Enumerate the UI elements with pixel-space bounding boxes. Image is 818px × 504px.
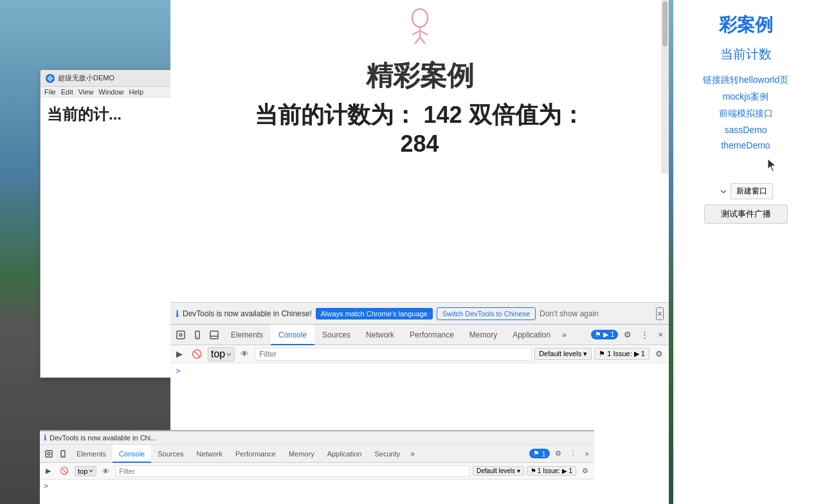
sdt-top-selector[interactable]: top	[75, 466, 96, 476]
console-filter-input[interactable]	[255, 348, 532, 361]
notification-close-button[interactable]: ×	[656, 307, 664, 320]
always-match-button[interactable]: Always match Chrome's language	[316, 308, 433, 320]
tab-memory[interactable]: Memory	[462, 325, 505, 345]
notification-text: DevTools is now available in Chinese!	[183, 309, 312, 318]
sdt-tab-network[interactable]: Network	[190, 445, 229, 463]
menu-file[interactable]: File	[44, 88, 56, 96]
devtools-inspect-button[interactable]	[173, 328, 188, 341]
sdt-issue-flag-icon: ⚑	[531, 467, 536, 474]
tab-console[interactable]: Console	[271, 325, 314, 345]
devtools-device-button[interactable]	[190, 328, 205, 341]
small-browser-menubar: File Edit View Window Help	[41, 87, 174, 98]
top-selector-dropdown-icon	[226, 352, 232, 357]
tab-sources[interactable]: Sources	[314, 325, 358, 345]
console-run-button[interactable]: ▶	[173, 347, 186, 361]
sdt-settings-button[interactable]: ⚙	[552, 447, 565, 460]
badge-count: ▶ 1	[603, 330, 614, 339]
sdt-tab-sources[interactable]: Sources	[151, 445, 190, 463]
menu-window[interactable]: Window	[98, 88, 123, 96]
svg-point-12	[179, 334, 182, 336]
issue-flag-icon: ⚑	[599, 350, 605, 358]
top-selector[interactable]: top	[208, 347, 235, 361]
sdt-filter-input[interactable]	[115, 465, 470, 477]
tab-performance[interactable]: Performance	[402, 325, 462, 345]
sdt-menu-button[interactable]: ⋮	[567, 447, 580, 460]
sdt-close-button[interactable]: ×	[582, 448, 592, 460]
badge-flag-icon: ⚑	[595, 330, 601, 339]
switch-devtools-button[interactable]: Switch DevTools to Chinese	[437, 307, 536, 320]
devtools-menu-button[interactable]: ⋮	[637, 328, 652, 341]
menu-view[interactable]: View	[78, 88, 94, 96]
devtools-top-toolbar: Elements Console Sources Network Perform…	[170, 325, 669, 345]
new-window-button[interactable]: 新建窗口	[731, 183, 773, 199]
sdt-badge: ⚑ 1	[529, 449, 549, 458]
event-broadcast-button[interactable]: 测试事件广播	[704, 204, 788, 224]
tab-network[interactable]: Network	[358, 325, 402, 345]
link-mockjs[interactable]: mockjs案例	[723, 91, 769, 103]
double-value: 284	[400, 130, 439, 158]
sdt-tab-security[interactable]: Security	[368, 445, 406, 463]
devtools-dock-button[interactable]	[206, 328, 222, 341]
sdt-tab-more[interactable]: »	[406, 449, 419, 458]
sdt-tab-application[interactable]: Application	[321, 445, 368, 463]
menu-help[interactable]: Help	[129, 88, 143, 96]
devtools-settings-button[interactable]: ⚙	[621, 328, 635, 341]
dropdown-chevron-icon	[719, 187, 728, 196]
svg-line-8	[420, 31, 428, 35]
console-levels-button[interactable]: Default levels ▾	[534, 348, 592, 360]
link-theme-demo[interactable]: themeDemo	[721, 140, 770, 150]
sdt-badge-count: 1	[541, 450, 545, 458]
svg-rect-17	[46, 451, 52, 457]
link-helloworld[interactable]: 链接跳转helloworld页	[703, 75, 788, 86]
sdt-device-button[interactable]	[56, 448, 70, 460]
menu-edit[interactable]: Edit	[61, 88, 73, 96]
link-frontend-api[interactable]: 前端模拟接口	[719, 108, 773, 120]
sdt-tab-elements[interactable]: Elements	[70, 445, 113, 463]
dont-show-again-link[interactable]: Don't show again	[540, 309, 599, 318]
sdt-issues-button[interactable]: ⚑ 1 Issue: ▶ 1	[527, 466, 576, 476]
counter-value: 142	[423, 102, 462, 128]
small-browser-titlebar: 超级无敌小DEMO	[41, 70, 174, 87]
sdt-inspect-button[interactable]	[42, 448, 56, 460]
console-settings-button[interactable]: ⚙	[652, 347, 666, 361]
web-title-partial: 彩案例	[719, 13, 773, 37]
sdt-eye-button[interactable]: 👁	[99, 465, 113, 477]
svg-line-10	[420, 37, 425, 44]
small-browser-content: 当前的计...	[41, 98, 174, 377]
svg-rect-11	[177, 331, 185, 339]
main-browser-window: 精彩案例 当前的计数为： 142 双倍值为： 284 ℹ DevTools is…	[170, 0, 669, 504]
sdt-tab-performance[interactable]: Performance	[229, 445, 282, 463]
page-scrollbar[interactable]	[661, 0, 669, 174]
scrollbar-thumb[interactable]	[662, 1, 668, 46]
small-browser-window: 超级无敌小DEMO File Edit View Window Help 当前的…	[40, 69, 175, 378]
sdt-prompt[interactable]: >	[44, 482, 590, 491]
svg-line-9	[415, 37, 420, 44]
link-sass-demo[interactable]: sassDemo	[724, 125, 767, 135]
sdt-right-controls: ⚑ 1 ⚙ ⋮ ×	[529, 447, 592, 460]
tab-elements[interactable]: Elements	[223, 325, 271, 345]
small-console-content: >	[40, 480, 594, 504]
devtools-badge: ⚑ ▶ 1	[591, 330, 618, 339]
page-title: 精彩案例	[366, 58, 474, 94]
cursor-arrow-icon	[768, 159, 779, 173]
console-toolbar: ▶ 🚫 top 👁 Default levels ▾ ⚑ 1 Issue: ▶ …	[170, 345, 669, 363]
devtools-close-button[interactable]: ×	[655, 328, 666, 341]
sdt-tab-memory[interactable]: Memory	[282, 445, 321, 463]
sdt-clear-button[interactable]: 🚫	[57, 465, 72, 477]
tab-more[interactable]: »	[558, 330, 570, 339]
console-issues-button[interactable]: ⚑ 1 Issue: ▶ 1	[594, 348, 650, 360]
info-icon: ℹ	[176, 309, 179, 319]
small-devtools-panel: ℹ DevTools is now available in Chi... El…	[40, 430, 594, 504]
sdt-tab-console[interactable]: Console	[113, 445, 151, 463]
devtools-tab-right: ⚑ ▶ 1 ⚙ ⋮ ×	[591, 328, 666, 341]
sdt-levels-button[interactable]: Default levels ▾	[473, 466, 524, 476]
console-clear-button[interactable]: 🚫	[188, 347, 205, 361]
small-devtools-notification: ℹ DevTools is now available in Chi...	[40, 431, 594, 445]
sdt-run-button[interactable]: ▶	[42, 465, 54, 477]
console-prompt[interactable]: >	[176, 366, 664, 375]
small-notification-text: DevTools is now available in Chi...	[50, 434, 156, 442]
tab-application[interactable]: Application	[505, 325, 558, 345]
sdt-console-settings-button[interactable]: ⚙	[579, 465, 592, 477]
devtools-tabs-bar: Elements Console Sources Network Perform…	[223, 325, 590, 345]
console-eye-button[interactable]: 👁	[237, 347, 252, 361]
